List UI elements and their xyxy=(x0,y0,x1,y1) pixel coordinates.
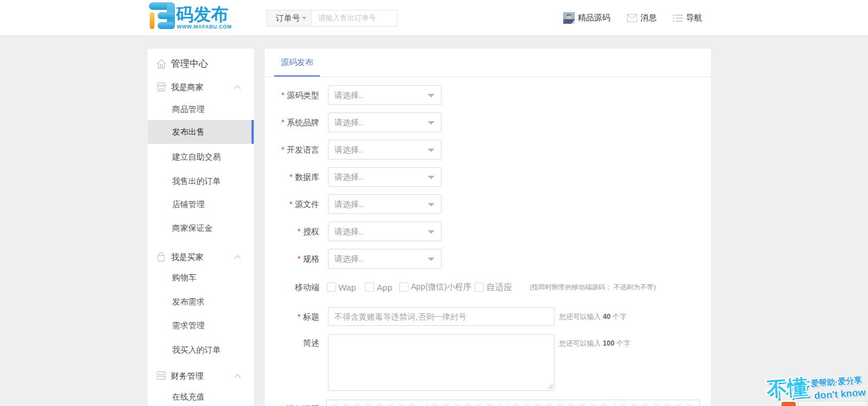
svg-text:WWW.MAFABU.COM: WWW.MAFABU.COM xyxy=(177,24,232,30)
svg-text:码发布: 码发布 xyxy=(176,5,228,24)
